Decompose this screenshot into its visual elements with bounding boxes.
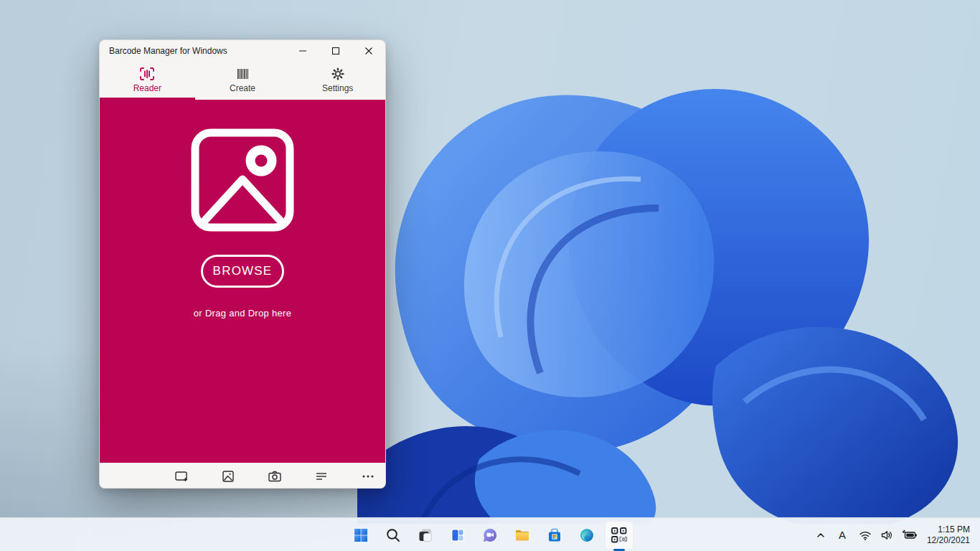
reader-toolbar <box>100 463 385 489</box>
tray-date: 12/20/2021 <box>927 535 970 545</box>
tray-time: 1:15 PM <box>938 524 970 534</box>
file-explorer-button[interactable] <box>508 521 537 550</box>
image-placeholder-icon <box>187 124 298 236</box>
tab-bar: Reader Create <box>100 62 385 100</box>
input-language-button[interactable]: A <box>831 521 854 550</box>
volume-icon <box>880 529 893 541</box>
barcode-manager-app-icon <box>610 526 628 545</box>
chat-button[interactable] <box>476 521 504 550</box>
reader-drop-zone[interactable]: BROWSE or Drag and Drop here <box>100 100 385 463</box>
active-tab-underline <box>100 98 195 100</box>
drop-hint-text: or Drag and Drop here <box>194 308 291 319</box>
volume-button[interactable] <box>877 521 897 550</box>
open-image-button[interactable] <box>214 466 242 487</box>
start-button[interactable] <box>347 521 375 550</box>
window-title: Barcode Manager for Windows <box>109 46 286 56</box>
search-button[interactable] <box>379 521 407 550</box>
maximize-button[interactable] <box>319 40 352 62</box>
camera-icon <box>267 469 283 484</box>
taskbar: A <box>0 517 980 551</box>
gear-icon <box>329 67 347 81</box>
more-button[interactable] <box>354 466 382 487</box>
running-app-indicator <box>613 549 625 551</box>
edge-icon <box>578 527 595 544</box>
more-ellipsis-icon <box>360 469 376 484</box>
widgets-button[interactable] <box>443 521 472 550</box>
wifi-button[interactable] <box>855 521 875 550</box>
open-image-icon <box>221 469 235 484</box>
browse-button-label: BROWSE <box>213 264 273 278</box>
wifi-icon <box>859 529 872 541</box>
windows-start-icon <box>352 527 369 544</box>
maximize-icon <box>331 47 340 55</box>
new-capture-button[interactable] <box>167 466 196 487</box>
chat-icon <box>481 527 499 544</box>
barcode-icon <box>234 67 251 81</box>
bloom-wallpaper <box>357 29 964 524</box>
tab-settings-label: Settings <box>322 83 353 93</box>
results-list-button[interactable] <box>307 466 336 487</box>
tab-reader-label: Reader <box>133 83 161 93</box>
tab-settings[interactable]: Settings <box>290 62 385 100</box>
battery-charging-icon <box>902 529 918 541</box>
widgets-icon <box>449 527 466 544</box>
camera-button[interactable] <box>260 466 289 487</box>
new-capture-icon <box>174 469 189 484</box>
microsoft-store-button[interactable] <box>540 521 569 550</box>
minimize-icon <box>298 47 307 55</box>
microsoft-store-icon <box>546 527 563 544</box>
taskbar-center <box>347 518 633 551</box>
edge-button[interactable] <box>573 521 601 550</box>
system-tray: A <box>812 518 976 551</box>
task-view-icon <box>417 527 434 544</box>
clock[interactable]: 1:15 PM 12/20/2021 <box>923 521 976 550</box>
results-list-icon <box>314 469 329 484</box>
window-controls <box>286 40 385 62</box>
tab-create[interactable]: Create <box>195 62 291 100</box>
barcode-scan-icon <box>138 67 156 81</box>
barcode-manager-window: Barcode Manager for Windows Reader <box>99 39 386 489</box>
barcode-manager-taskbar-button[interactable] <box>605 521 633 550</box>
titlebar[interactable]: Barcode Manager for Windows <box>100 40 385 62</box>
input-indicator-label: A <box>834 529 850 541</box>
battery-button[interactable] <box>898 521 921 550</box>
task-view-button[interactable] <box>411 521 440 550</box>
tab-create-label: Create <box>230 83 255 93</box>
file-explorer-icon <box>514 527 531 544</box>
tab-reader[interactable]: Reader <box>100 62 195 100</box>
close-button[interactable] <box>352 40 385 62</box>
chevron-up-icon <box>816 530 826 540</box>
close-icon <box>364 47 373 55</box>
search-icon <box>385 527 402 544</box>
hidden-icons-button[interactable] <box>812 521 829 550</box>
minimize-button[interactable] <box>286 40 319 62</box>
browse-button[interactable]: BROWSE <box>201 255 284 288</box>
